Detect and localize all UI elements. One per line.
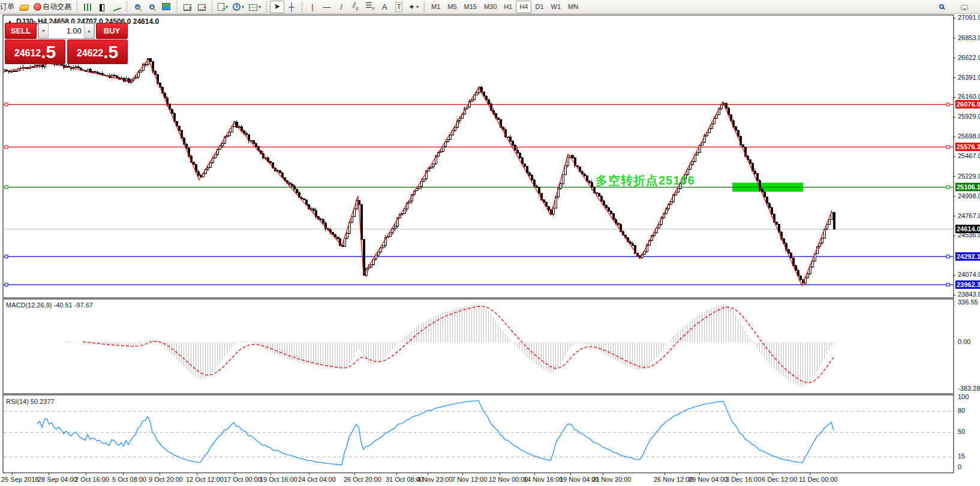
volume-input[interactable]: [49, 23, 84, 38]
timeframe-h1[interactable]: H1: [500, 1, 516, 13]
buy-price-frac: .5: [103, 42, 118, 62]
time-tick: [309, 473, 309, 475]
price-level-badge: 26076.0: [955, 100, 980, 108]
time-label: 19 Oct 16:00: [260, 476, 297, 483]
bar-chart-icon: [84, 4, 91, 11]
timeframe-d1[interactable]: D1: [531, 1, 547, 13]
autotrading-button[interactable]: 自动交易: [31, 1, 74, 13]
timeframe-m15[interactable]: M15: [461, 1, 480, 13]
auto-scroll-button[interactable]: [180, 1, 194, 13]
time-tick: [197, 473, 197, 475]
timeframes-dropdown[interactable]: ▾: [230, 1, 246, 13]
rsi-scale-label: 80: [958, 407, 965, 414]
sell-price-frac: .5: [41, 42, 56, 62]
price-tick: [953, 295, 955, 295]
crosshair-button[interactable]: ┼: [284, 1, 299, 13]
time-tick: [603, 473, 603, 475]
time-label: 12 Nov 00:00: [489, 476, 528, 483]
timeframe-h4[interactable]: H4: [516, 1, 531, 13]
arrows-dropdown[interactable]: ✦▾: [406, 1, 421, 13]
line-chart-icon: [112, 3, 122, 11]
text-button[interactable]: A: [377, 1, 392, 13]
zoom-out-button[interactable]: −: [145, 1, 159, 13]
zoom-in-button[interactable]: +: [130, 1, 145, 13]
timeframe-toolbar: M1M5M15M30H1H4D1W1MN: [428, 1, 582, 13]
price-tick: [953, 236, 955, 236]
volume-spinner: ▼ ▲: [38, 23, 95, 39]
sell-button[interactable]: SELL: [5, 23, 37, 39]
new-order-button[interactable]: [17, 1, 31, 13]
rsi-scale-label: 100: [958, 393, 969, 400]
timeframe-m30[interactable]: M30: [480, 1, 500, 13]
tile-windows-button[interactable]: [159, 1, 173, 13]
vertical-line-button[interactable]: |: [305, 1, 320, 13]
buy-button[interactable]: BUY: [96, 23, 128, 39]
timeframe-mn[interactable]: MN: [564, 1, 582, 13]
timeframe-w1[interactable]: W1: [548, 1, 565, 13]
toolbar-separator: [175, 1, 179, 12]
time-tick: [396, 473, 397, 475]
line-chart-button[interactable]: [109, 1, 124, 13]
time-label: 12 Oct 12:00: [186, 476, 224, 483]
time-label: 26 Oct 20:00: [344, 476, 381, 483]
chart-window[interactable]: ▲ DJ30-,H4 24658.0 24707.0 24506.0 24614…: [0, 14, 980, 486]
main-toolbar: 订单 自动交易 + − ▾ ▾ ▾ ➤ ┼ | — / ⫽E ☰F A T ✦▾…: [0, 0, 980, 14]
horizontal-line-button[interactable]: —: [320, 1, 334, 13]
order-button[interactable]: 订单: [0, 1, 17, 13]
time-tick: [534, 473, 535, 475]
time-tick: [810, 473, 810, 475]
time-tick: [570, 473, 571, 475]
channel-icon: ⫽E: [353, 1, 359, 13]
price-tick: [953, 77, 955, 78]
pivot-annotation[interactable]: 多空转折点25106: [596, 173, 695, 189]
toolbar-separator: [75, 1, 79, 12]
time-tick: [235, 473, 235, 475]
volume-increase-button[interactable]: ▲: [84, 23, 94, 38]
search-button[interactable]: [934, 1, 949, 13]
time-tick: [270, 473, 271, 475]
time-label: 29 Nov 04:00: [689, 476, 728, 483]
price-level-badge: 24614.0: [955, 225, 980, 233]
rsi-scale-label: 50: [958, 428, 965, 435]
chart-canvas[interactable]: [0, 14, 980, 486]
toolbar-separator: [264, 1, 269, 12]
buy-price[interactable]: 24622.5: [67, 40, 128, 64]
chat-button[interactable]: [957, 1, 972, 13]
templates-dropdown[interactable]: ▾: [215, 1, 230, 13]
equidistant-channel-button[interactable]: ⫽E: [348, 1, 363, 13]
fibonacci-button[interactable]: ☰F: [363, 1, 377, 13]
time-tick: [665, 473, 665, 475]
price-tick: [953, 156, 955, 157]
text-label-button[interactable]: T: [392, 1, 406, 13]
volume-decrease-button[interactable]: ▼: [38, 23, 49, 38]
zoom-out-icon: −: [149, 4, 155, 10]
sell-price[interactable]: 24612.5: [5, 40, 65, 64]
chat-icon: [961, 5, 968, 10]
time-label: 17 Oct 00:00: [224, 476, 261, 483]
template-icon: [218, 3, 224, 11]
timeframe-m1[interactable]: M1: [428, 1, 444, 13]
candlestick-chart-button[interactable]: [95, 1, 109, 13]
toolbar-separator: [210, 1, 214, 12]
chart-shift-icon: [198, 4, 206, 11]
candlestick-chart-icon: [100, 5, 104, 11]
price-tick: [953, 117, 955, 117]
chart-shift-button[interactable]: [194, 1, 209, 13]
time-tick: [160, 473, 160, 475]
caret-down-icon: ▾: [258, 4, 261, 10]
price-tick: [953, 275, 955, 276]
indicators-dropdown[interactable]: ▾: [246, 1, 263, 13]
cursor-button[interactable]: ➤: [270, 1, 284, 13]
bar-chart-button[interactable]: [80, 1, 95, 13]
macd-scale-label: -383.28: [958, 385, 980, 392]
time-label: 9 Oct 20:00: [149, 476, 183, 483]
trendline-icon: /: [340, 2, 342, 11]
price-tick: [953, 137, 955, 137]
price-tick-label: 24767.0: [958, 212, 980, 219]
time-label: 6 Dec 12:00: [762, 476, 797, 483]
time-tick: [428, 473, 428, 475]
trendline-button[interactable]: /: [334, 1, 348, 13]
timeframe-m5[interactable]: M5: [444, 1, 460, 13]
price-tick-label: 27091.0: [958, 14, 980, 21]
order-label: 订单: [0, 2, 14, 12]
